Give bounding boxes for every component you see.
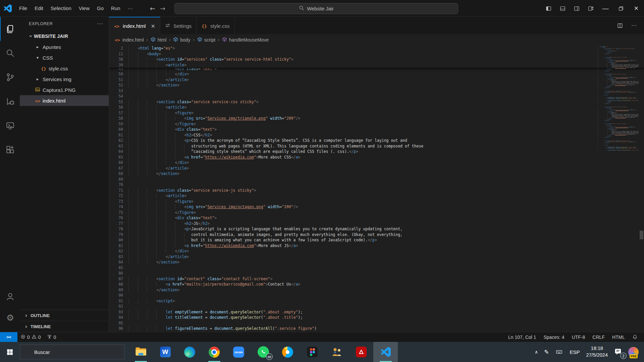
code-line[interactable]: 43 <div class="text"> [109, 68, 644, 71]
code-line[interactable]: 91 <script> [109, 298, 644, 304]
line-number[interactable]: 69 [109, 177, 123, 182]
line-number[interactable]: 62 [109, 138, 123, 143]
code-line[interactable]: 38 <section id="services" class="service… [109, 57, 644, 62]
pen-icon[interactable]: ✎ [541, 342, 552, 362]
code-editor[interactable]: 2 <html lang="es">11 <body>38 <section i… [109, 46, 644, 332]
line-number[interactable]: 57 [109, 110, 123, 116]
people-taskbar-icon[interactable] [324, 342, 349, 362]
copilot-button[interactable]: PRE [625, 342, 644, 362]
line-number[interactable]: 71 [109, 188, 123, 193]
tray-overflow-button[interactable]: ∧ [532, 342, 541, 362]
code-line[interactable]: 74 <img src="Services img/octagon.png" w… [109, 204, 644, 210]
code-line[interactable]: 82 </div> [109, 248, 644, 254]
explorer-item-services-img[interactable]: ▸Services img [20, 74, 109, 84]
line-number[interactable]: 94 [109, 315, 123, 320]
line-number[interactable]: 78 [109, 226, 123, 232]
line-number[interactable]: 88 [109, 282, 123, 287]
whatsapp-taskbar-icon[interactable]: 88 [251, 342, 275, 362]
restore-button[interactable] [613, 0, 629, 17]
file-explorer-taskbar-icon[interactable] [128, 342, 153, 362]
line-number[interactable]: 53 [109, 88, 123, 94]
edge-taskbar-icon[interactable] [177, 342, 202, 362]
eol-status[interactable]: CRLF [589, 335, 608, 340]
settings-gear-icon[interactable]: ⚙ [0, 307, 20, 328]
explorer-item-index-html[interactable]: <>index.html [20, 95, 109, 106]
line-number[interactable]: 11 [109, 51, 123, 57]
search-icon[interactable] [0, 41, 20, 65]
line-number[interactable]: 85 [109, 265, 123, 271]
encoding-status[interactable]: UTF-8 [568, 335, 589, 340]
line-number[interactable]: 52 [109, 82, 123, 88]
menu-view[interactable]: View [75, 3, 93, 13]
code-line[interactable]: 64 “cascading style sheets” which are eq… [109, 149, 644, 155]
code-line[interactable]: 69 [109, 177, 644, 182]
word-taskbar-icon[interactable]: W [153, 342, 177, 362]
line-number[interactable]: 93 [109, 309, 123, 315]
code-line[interactable]: 71 <section class="service service-js st… [109, 188, 644, 193]
code-line[interactable]: 81 <a href="https://wikipedia.com">More … [109, 243, 644, 249]
line-number[interactable]: 70 [109, 182, 123, 188]
cursor-position-status[interactable]: Ln 107, Col 1 [504, 335, 540, 340]
line-number[interactable]: 81 [109, 243, 123, 249]
editor-scrollbar[interactable] [640, 231, 643, 239]
code-line[interactable]: 76 <div class="text"> [109, 215, 644, 221]
code-line[interactable]: 73 <figure> [109, 199, 644, 204]
problems-status[interactable]: 0 0 [17, 332, 44, 342]
code-line[interactable]: 11 <body> [109, 51, 644, 57]
touch-keyboard-icon[interactable] [552, 342, 567, 362]
breadcrumb-item-script[interactable]: script [197, 37, 215, 43]
line-number[interactable]: 73 [109, 199, 123, 204]
code-line[interactable]: 50 </div> [109, 71, 644, 77]
timeline-section-header[interactable]: › TIMELINE [20, 321, 109, 332]
line-number[interactable]: 65 [109, 155, 123, 160]
remote-explorer-icon[interactable] [0, 113, 20, 137]
line-number[interactable]: 74 [109, 204, 123, 210]
line-number[interactable]: 54 [109, 94, 123, 99]
breadcrumb-item-handlemousemove[interactable]: handleMouseMove [222, 37, 269, 43]
code-line[interactable]: 85 [109, 265, 644, 271]
code-line[interactable]: 2 <html lang="es"> [109, 46, 644, 51]
line-number[interactable]: 82 [109, 248, 123, 254]
line-number[interactable]: 75 [109, 210, 123, 216]
explorer-icon[interactable] [0, 17, 20, 41]
line-number[interactable]: 77 [109, 221, 123, 227]
code-line[interactable]: 39 <article> [109, 62, 644, 68]
explorer-more-actions-button[interactable]: ··· [97, 21, 103, 27]
line-number[interactable]: 64 [109, 149, 123, 155]
code-line[interactable]: 87 <section id="contact" class="contact … [109, 276, 644, 282]
code-line[interactable]: 95 [109, 320, 644, 326]
code-line[interactable]: 66 </div> [109, 160, 644, 166]
run-and-debug-icon[interactable] [0, 89, 20, 113]
line-number[interactable]: 59 [109, 121, 123, 127]
code-line[interactable]: 67 </article> [109, 166, 644, 171]
tab-index-html[interactable]: <>index.html× [109, 17, 160, 34]
account-icon[interactable] [0, 286, 20, 307]
tab-settings[interactable]: Settings [160, 17, 197, 34]
line-number[interactable]: 83 [109, 254, 123, 260]
language-mode-status[interactable]: HTML [608, 335, 629, 340]
code-line[interactable]: 84 </section> [109, 259, 644, 265]
photoscape-taskbar-icon[interactable] [275, 342, 300, 362]
forward-arrow-button[interactable]: → [160, 5, 165, 12]
code-line[interactable]: 94 let titleElement = document.querySele… [109, 315, 644, 320]
line-number[interactable]: 66 [109, 160, 123, 166]
line-number[interactable]: 95 [109, 320, 123, 326]
line-number[interactable]: 84 [109, 259, 123, 265]
acrobat-taskbar-icon[interactable] [349, 342, 373, 362]
zoom-taskbar-icon[interactable]: zoom [226, 342, 251, 362]
code-line[interactable]: 65 <a href="https://wikipedia.com">More … [109, 155, 644, 160]
line-number[interactable]: 55 [109, 99, 123, 105]
line-number[interactable]: 72 [109, 193, 123, 199]
line-number[interactable]: 61 [109, 132, 123, 138]
code-line[interactable]: 68 </section> [109, 171, 644, 177]
line-number[interactable]: 68 [109, 171, 123, 177]
explorer-item-style-css[interactable]: {}style.css [20, 63, 109, 74]
vscode-taskbar-icon[interactable] [373, 342, 398, 362]
breadcrumb-item-html[interactable]: html [151, 37, 166, 43]
indentation-status[interactable]: Spaces: 4 [540, 335, 568, 340]
toggle-panel-button[interactable] [555, 0, 570, 17]
line-number[interactable]: 87 [109, 276, 123, 282]
code-line[interactable]: 60 <div class="text"> [109, 127, 644, 132]
line-number[interactable]: 67 [109, 166, 123, 171]
code-line[interactable]: 58 <img src="Services img/triangle.png" … [109, 116, 644, 121]
